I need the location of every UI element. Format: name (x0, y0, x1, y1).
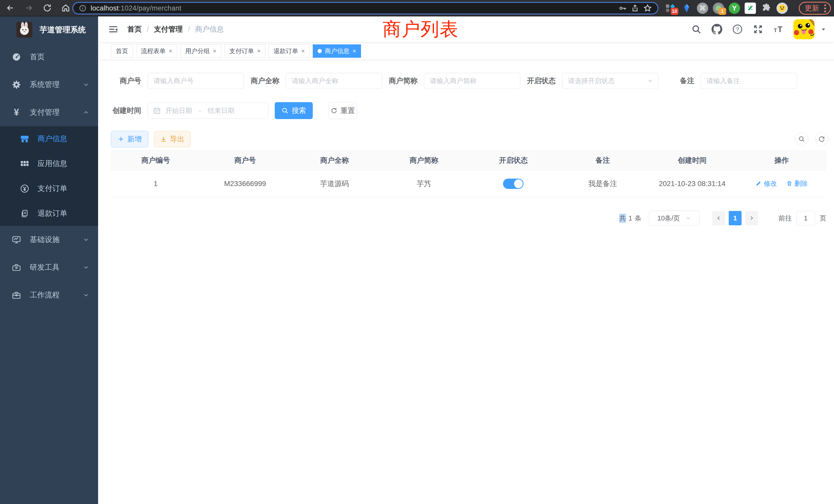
browser-extensions: 10 ⌘ 1 Y (664, 0, 788, 17)
col-remark: 备注 (558, 156, 647, 165)
breadcrumb: 首页 / 支付管理 / 商户信息 (127, 24, 224, 34)
extension-flag-icon[interactable] (744, 2, 756, 14)
sidebar-item-system[interactable]: 系统管理 (0, 71, 98, 98)
search-icon (798, 136, 805, 143)
col-short-name: 商户简称 (379, 156, 468, 165)
col-status: 开启状态 (468, 156, 558, 165)
header-search-icon[interactable] (691, 24, 702, 35)
tab-merchant-info[interactable]: 商户信息× (313, 44, 361, 58)
status-select[interactable]: 请选择开启状态 (562, 73, 658, 89)
sidebar-toggle-icon[interactable] (108, 24, 118, 35)
extension-blue-gem-icon[interactable] (680, 2, 693, 14)
page-info-icon[interactable] (79, 4, 87, 12)
add-button[interactable]: 新增 (111, 131, 148, 147)
browser-home-icon[interactable] (61, 3, 70, 13)
next-page-button[interactable] (745, 211, 758, 225)
tab-pay-order[interactable]: 支付订单× (224, 44, 265, 58)
pagination-total: 共 1 条 (619, 214, 641, 223)
page-number-1[interactable]: 1 (729, 211, 742, 225)
bookmark-star-icon[interactable] (643, 4, 652, 13)
url-text: localhost:1024/pay/merchant (91, 4, 181, 12)
extension-command-icon[interactable]: ⌘ (696, 2, 709, 14)
calendar-icon (153, 107, 161, 114)
browser-menu-icon[interactable] (824, 4, 826, 12)
sidebar-item-app-info[interactable]: 应用信息 (0, 151, 98, 176)
github-icon[interactable] (711, 24, 723, 35)
sidebar: 芋道管理系统 首页 系统管理 ¥ 支付管理 商户信息 (0, 17, 98, 504)
font-size-icon[interactable]: TT (773, 24, 784, 35)
delete-link[interactable]: 删除 (786, 179, 808, 188)
password-key-icon[interactable] (619, 4, 627, 12)
store-icon (20, 134, 30, 143)
sidebar-item-label: 基础设施 (30, 234, 60, 245)
hide-search-button[interactable] (795, 132, 808, 146)
svg-text:T: T (774, 27, 777, 33)
toolbox-icon (11, 263, 22, 272)
cell-actions: 修改 删除 (737, 179, 826, 189)
reset-button[interactable]: 重置 (329, 102, 357, 119)
close-icon[interactable]: × (213, 48, 217, 54)
tab-user-group[interactable]: 用户分组× (180, 44, 221, 58)
sidebar-item-label: 退款订单 (38, 208, 67, 219)
sidebar-item-workflow[interactable]: 工作流程 (0, 281, 98, 309)
date-range-picker[interactable]: 开始日期 - 结束日期 (148, 102, 268, 118)
help-icon[interactable]: ? (732, 24, 743, 35)
refresh-icon (331, 107, 337, 114)
page-size-select[interactable]: 10条/页 (649, 211, 699, 226)
prev-page-button[interactable] (712, 211, 725, 225)
url-bar[interactable]: localhost:1024/pay/merchant (72, 2, 658, 14)
refresh-table-button[interactable] (815, 132, 828, 146)
status-toggle[interactable] (503, 179, 524, 189)
short-name-input[interactable] (424, 73, 520, 89)
sidebar-item-infra[interactable]: 基础设施 (0, 226, 98, 254)
sidebar-item-refund-order[interactable]: 退款订单 (0, 201, 98, 226)
user-avatar-menu[interactable] (793, 19, 826, 39)
col-merchant-no: 商户号 (200, 156, 290, 165)
sidebar-item-payment[interactable]: ¥ 支付管理 (0, 98, 98, 126)
remark-input[interactable] (701, 73, 797, 89)
browser-forward-icon[interactable] (24, 3, 34, 13)
breadcrumb-home[interactable]: 首页 (127, 24, 142, 34)
extension-recorder-icon[interactable]: 1 (712, 2, 725, 14)
app-logo[interactable]: 芋道管理系统 (0, 17, 98, 43)
cell-short-name: 芋艿 (379, 179, 468, 189)
table-toolbar: 新增 导出 (98, 131, 834, 147)
tab-process-form[interactable]: 流程表单× (136, 44, 177, 58)
tab-refund-order[interactable]: 退款订单× (269, 44, 310, 58)
refresh-icon (818, 136, 825, 143)
extension-y-icon[interactable]: Y (728, 2, 741, 14)
export-button[interactable]: 导出 (154, 131, 191, 147)
update-button[interactable]: 更新 (799, 2, 831, 15)
profile-emoji-avatar[interactable] (776, 2, 788, 14)
sidebar-item-home[interactable]: 首页 (0, 43, 98, 71)
goto-page-input[interactable] (796, 211, 815, 225)
sidebar-item-merchant-info[interactable]: 商户信息 (0, 126, 98, 151)
search-button[interactable]: 搜索 (275, 102, 313, 119)
chevron-down-icon (686, 215, 691, 221)
extension-gem-grid-icon[interactable]: 10 (664, 2, 677, 14)
query-form-row-1: 商户号 商户全称 商户简称 开启状态 请选择开启状态 备注 (98, 73, 834, 89)
tab-home[interactable]: 首页 (111, 44, 133, 58)
share-icon[interactable] (631, 4, 639, 12)
annotation-title: 商户列表 (382, 17, 459, 42)
logo-rabbit-image (17, 22, 32, 38)
sidebar-item-pay-order[interactable]: 支付订单 (0, 176, 98, 201)
sidebar-item-label: 研发工具 (30, 262, 60, 273)
sidebar-item-dev-tools[interactable]: 研发工具 (0, 254, 98, 281)
breadcrumb-payment[interactable]: 支付管理 (154, 24, 183, 34)
merchant-table: 商户编号 商户号 商户全称 商户简称 开启状态 备注 创建时间 操作 1 M23… (111, 151, 826, 197)
close-icon[interactable]: × (169, 48, 172, 54)
browser-reload-icon[interactable] (43, 3, 52, 13)
fullscreen-icon[interactable] (752, 24, 764, 35)
cell-merchant-id: 1 (111, 180, 200, 188)
close-icon[interactable]: × (301, 48, 305, 54)
extensions-puzzle-icon[interactable] (760, 2, 772, 14)
monitor-icon (11, 235, 22, 244)
browser-back-icon[interactable] (6, 3, 15, 13)
close-icon[interactable]: × (257, 48, 261, 54)
full-name-input[interactable] (286, 73, 382, 89)
edit-link[interactable]: 修改 (755, 179, 777, 188)
svg-text:T: T (777, 25, 783, 34)
close-icon[interactable]: × (353, 48, 356, 54)
merchant-no-input[interactable] (148, 73, 244, 89)
